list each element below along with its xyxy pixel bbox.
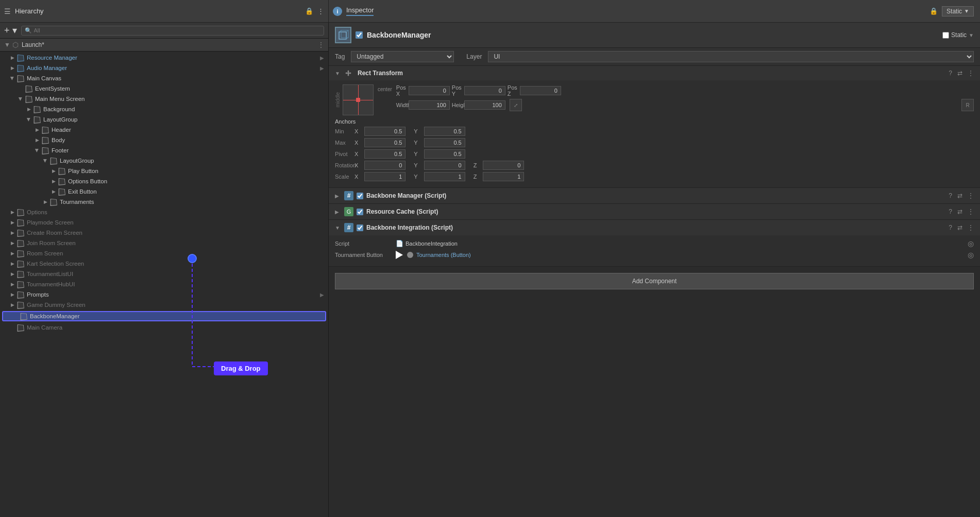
tree-item-tournament-list[interactable]: ▶ TournamentListUI (0, 269, 328, 279)
scene-expand-arrow[interactable]: ▼ (4, 41, 10, 48)
cube-icon-layout-group-1 (33, 115, 41, 124)
script-target-icon[interactable]: ◎ (968, 239, 974, 248)
tree-item-header[interactable]: ▶ Header (0, 125, 328, 135)
pivot-x-field[interactable] (364, 149, 405, 159)
scale-z-field[interactable] (483, 172, 524, 181)
cube-icon-audio-manager (16, 64, 25, 72)
static-checkbox[interactable] (942, 32, 949, 39)
add-button[interactable]: + ▾ (4, 25, 17, 36)
tree-item-create-room[interactable]: ▶ Create Room Screen (0, 228, 328, 238)
layer-dropdown[interactable]: UI (488, 51, 974, 62)
bi-script-checkbox[interactable] (357, 225, 363, 231)
resize-button[interactable]: ⤢ (510, 99, 522, 111)
bi-help-icon[interactable]: ? (949, 224, 952, 231)
rot-x-field[interactable] (364, 161, 405, 170)
scale-x-field[interactable] (364, 172, 405, 181)
tree-item-backbone-manager[interactable]: BackboneManager (2, 311, 326, 321)
tree-item-options-button[interactable]: ▶ Options Button (0, 176, 328, 186)
bm-help-icon[interactable]: ? (949, 192, 952, 199)
rect-transform-header[interactable]: ▼ Rect Transform ? ⇄ ⋮ (329, 66, 980, 80)
inspector-lock-icon[interactable]: 🔒 (930, 7, 938, 15)
pivot-row: Pivot X Y (335, 149, 974, 159)
tree-item-event-system[interactable]: EventSystem (0, 83, 328, 94)
rot-y-field[interactable] (424, 161, 465, 170)
resource-cache-script-header[interactable]: ▶ G Resource Cache (Script) ? ⇄ ⋮ (329, 204, 980, 219)
tree-item-tournament-hub[interactable]: ▶ TournamentHubUI (0, 279, 328, 289)
bm-sliders-icon[interactable]: ⇄ (957, 192, 962, 199)
rc-sliders-icon[interactable]: ⇄ (957, 208, 962, 215)
scale-y-field[interactable] (424, 172, 465, 181)
resize-r-button[interactable]: R (961, 99, 974, 111)
tree-item-layout-group-1[interactable]: ▶ LayoutGroup (0, 114, 328, 125)
expand-arrow: ▶ (41, 199, 49, 204)
tournament-button-row: Tournament Button Tournaments (Button) ◎ (335, 251, 974, 259)
hamburger-icon[interactable]: ☰ (4, 7, 11, 15)
tree-item-play-button[interactable]: ▶ Play Button (0, 166, 328, 176)
static-dropdown-icon[interactable]: ▼ (969, 32, 974, 38)
tree-item-main-camera[interactable]: Main Camera (0, 322, 328, 333)
rc-script-checkbox[interactable] (357, 209, 363, 215)
object-active-checkbox[interactable] (356, 31, 363, 39)
item-label-resource-manager: Resource Manager (27, 55, 77, 61)
posy-field[interactable] (464, 86, 505, 95)
scene-dots-icon[interactable]: ⋮ (318, 41, 324, 48)
lock-icon[interactable]: 🔒 (305, 7, 313, 15)
rot-z-field[interactable] (483, 161, 524, 170)
tree-item-footer[interactable]: ▶ Footer (0, 145, 328, 156)
tree-item-playmode-screen[interactable]: ▶ Playmode Screen (0, 217, 328, 228)
bm-menu-icon[interactable]: ⋮ (968, 192, 974, 199)
bm-script-checkbox[interactable] (357, 193, 363, 199)
tree-item-game-dummy[interactable]: ▶ Game Dummy Screen (0, 300, 328, 310)
bi-menu-icon[interactable]: ⋮ (968, 224, 974, 231)
rect-transform-sliders-icon[interactable]: ⇄ (957, 70, 962, 77)
search-input[interactable] (34, 27, 320, 33)
backbone-integration-script-section: ▼ # Backbone Integration (Script) ? ⇄ ⋮ … (329, 220, 980, 267)
hierarchy-dots-icon[interactable]: ⋮ (317, 7, 324, 15)
cube-icon-footer (41, 146, 49, 154)
pivot-y-field[interactable] (424, 149, 465, 159)
add-component-button[interactable]: Add Component (335, 273, 974, 289)
tree-item-layout-group-2[interactable]: ▶ LayoutGroup (0, 156, 328, 166)
object-name: BackboneManager (367, 31, 938, 39)
min-y-field[interactable] (424, 127, 465, 136)
backbone-integration-script-header[interactable]: ▼ # Backbone Integration (Script) ? ⇄ ⋮ (329, 220, 980, 235)
tournament-button-target[interactable]: Tournaments (Button) (416, 252, 471, 258)
tree-item-prompts[interactable]: ▶ Prompts ▶ (0, 289, 328, 300)
tree-item-join-room[interactable]: ▶ Join Room Screen (0, 238, 328, 248)
tree-item-tournaments[interactable]: ▶ Tournaments (0, 197, 328, 207)
width-field[interactable] (409, 100, 450, 110)
rc-help-icon[interactable]: ? (949, 208, 952, 215)
hierarchy-toolbar: + ▾ 🔍 (0, 23, 328, 39)
tree-item-exit-button[interactable]: ▶ Exit Button (0, 186, 328, 197)
posx-field[interactable] (409, 86, 450, 95)
static-badge[interactable]: Static ▼ (942, 6, 974, 16)
scene-header: ▼ ⬡ Launch* ⋮ (0, 39, 328, 51)
bi-sliders-icon[interactable]: ⇄ (957, 224, 962, 231)
posz-field[interactable] (520, 86, 561, 95)
tree-item-background[interactable]: ▶ Background (0, 104, 328, 114)
height-field[interactable] (464, 100, 505, 110)
script-label: Script (335, 240, 392, 247)
position-widget[interactable] (343, 84, 374, 115)
tree-item-main-canvas[interactable]: ▶ Main Canvas (0, 73, 328, 83)
tree-item-options[interactable]: ▶ Options (0, 207, 328, 217)
tree-item-audio-manager[interactable]: ▶ Audio Manager ▶ (0, 63, 328, 73)
right-nav-arrow: ▶ (320, 55, 324, 61)
item-label-layout-group-1: LayoutGroup (43, 116, 78, 123)
tournament-target-icon[interactable]: ◎ (968, 251, 974, 259)
tree-item-kart-selection[interactable]: ▶ Kart Selection Screen (0, 258, 328, 269)
tree-item-body[interactable]: ▶ Body (0, 135, 328, 145)
min-x-field[interactable] (364, 127, 405, 136)
max-y-field[interactable] (424, 138, 465, 147)
scale-x-label: X (354, 174, 358, 180)
cube-icon-header (41, 126, 49, 134)
tree-item-resource-manager[interactable]: ▶ Resource Manager ▶ (0, 53, 328, 63)
rc-menu-icon[interactable]: ⋮ (968, 208, 974, 215)
rect-transform-help-icon[interactable]: ? (949, 70, 952, 77)
tree-item-main-menu-screen[interactable]: ▶ Main Menu Screen (0, 94, 328, 104)
tree-item-room-screen[interactable]: ▶ Room Screen (0, 248, 328, 258)
backbone-manager-script-header[interactable]: ▶ # Backbone Manager (Script) ? ⇄ ⋮ (329, 188, 980, 203)
tag-dropdown[interactable]: Untagged (351, 51, 454, 62)
rect-transform-menu-icon[interactable]: ⋮ (968, 70, 974, 77)
max-x-field[interactable] (364, 138, 405, 147)
